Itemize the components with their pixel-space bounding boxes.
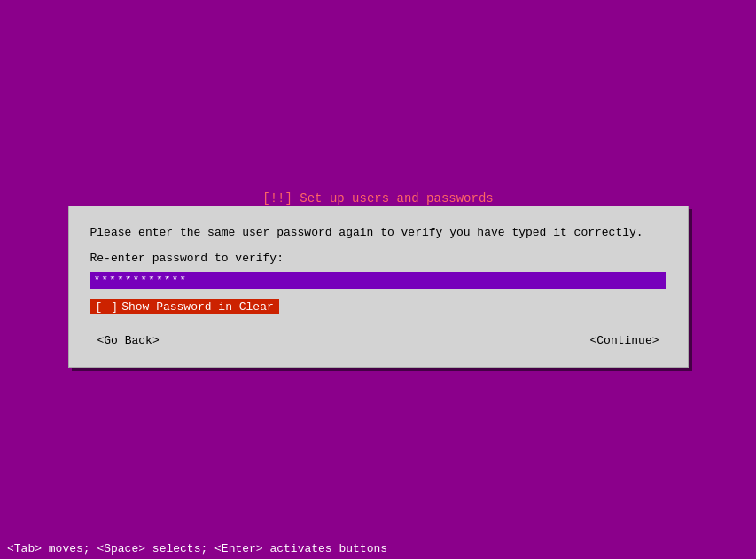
dialog-title-line-left	[68, 198, 256, 198]
checkbox-open-bracket: [	[96, 300, 103, 314]
reenter-label: Re-enter password to verify:	[90, 252, 666, 265]
checkbox-close-bracket: ]	[111, 300, 118, 314]
show-password-label: Show Password in Clear	[121, 300, 274, 314]
dialog-title-line-right	[501, 198, 689, 198]
dialog-title-bar: [!!] Set up users and passwords	[68, 191, 689, 206]
password-input-row[interactable]: ************	[90, 272, 666, 289]
status-bar: <Tab> moves; <Space> selects; <Enter> ac…	[0, 539, 756, 559]
dialog-box: Please enter the same user password agai…	[68, 206, 689, 369]
dialog-title: [!!] Set up users and passwords	[255, 191, 500, 206]
instruction-text: Please enter the same user password agai…	[90, 224, 666, 242]
dialog-body: Please enter the same user password agai…	[90, 224, 666, 350]
screen: [!!] Set up users and passwords Please e…	[0, 0, 756, 559]
status-text: <Tab> moves; <Space> selects; <Enter> ac…	[7, 542, 387, 555]
buttons-row: <Go Back> <Continue>	[90, 332, 666, 349]
continue-button[interactable]: <Continue>	[582, 332, 666, 349]
password-display: ************	[94, 274, 188, 287]
go-back-button[interactable]: <Go Back>	[90, 332, 167, 349]
dialog-container: [!!] Set up users and passwords Please e…	[68, 191, 689, 369]
show-password-checkbox[interactable]: [ ] Show Password in Clear	[90, 299, 279, 314]
